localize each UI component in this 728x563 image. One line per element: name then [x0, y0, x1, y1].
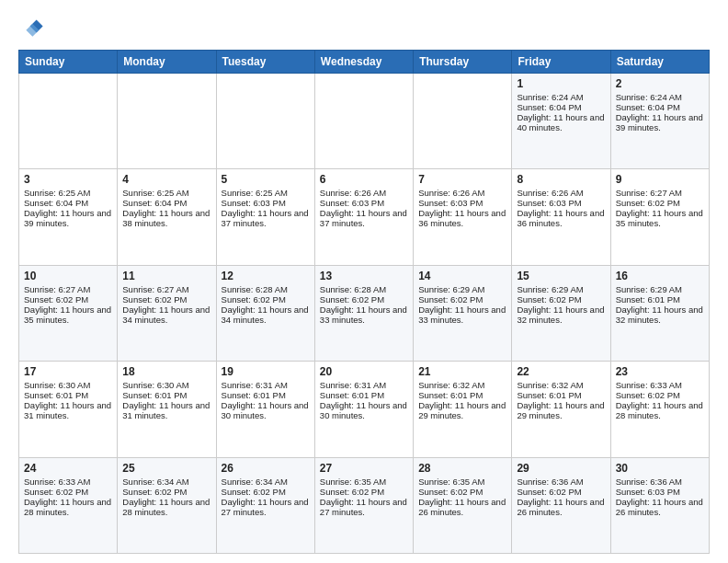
day-number: 4 — [122, 173, 210, 186]
calendar-cell: 15Sunrise: 6:29 AMSunset: 6:02 PMDayligh… — [512, 265, 610, 361]
day-info: Daylight: 11 hours and 27 minutes. — [320, 497, 408, 517]
day-number: 23 — [616, 365, 704, 378]
day-number: 16 — [616, 270, 704, 282]
calendar-cell — [314, 74, 413, 169]
day-info: Daylight: 11 hours and 35 minutes. — [24, 304, 112, 325]
calendar-cell: 6Sunrise: 6:26 AMSunset: 6:03 PMDaylight… — [314, 169, 413, 265]
day-info: Daylight: 11 hours and 29 minutes. — [418, 400, 506, 420]
day-info: Sunrise: 6:31 AM — [320, 380, 408, 390]
calendar-cell: 26Sunrise: 6:34 AMSunset: 6:02 PMDayligh… — [216, 457, 314, 553]
day-info: Sunrise: 6:34 AM — [122, 477, 210, 487]
calendar-cell: 10Sunrise: 6:27 AMSunset: 6:02 PMDayligh… — [19, 265, 118, 361]
calendar-cell: 20Sunrise: 6:31 AMSunset: 6:01 PMDayligh… — [314, 362, 413, 457]
day-info: Sunrise: 6:30 AM — [24, 380, 112, 390]
day-info: Sunset: 6:01 PM — [222, 390, 310, 400]
calendar-cell: 1Sunrise: 6:24 AMSunset: 6:04 PMDaylight… — [512, 74, 610, 169]
day-info: Sunset: 6:03 PM — [517, 198, 605, 208]
day-info: Sunrise: 6:28 AM — [320, 284, 408, 294]
day-header-thursday: Thursday — [414, 51, 512, 74]
day-info: Sunset: 6:04 PM — [24, 198, 112, 208]
day-info: Daylight: 11 hours and 34 minutes. — [222, 304, 310, 325]
calendar-cell: 16Sunrise: 6:29 AMSunset: 6:01 PMDayligh… — [610, 265, 709, 361]
day-info: Sunset: 6:01 PM — [616, 294, 704, 304]
day-info: Sunrise: 6:34 AM — [222, 477, 310, 487]
day-number: 25 — [122, 462, 210, 475]
day-info: Sunrise: 6:24 AM — [517, 92, 605, 102]
day-number: 30 — [616, 462, 704, 475]
day-info: Daylight: 11 hours and 31 minutes. — [24, 400, 112, 420]
day-info: Sunset: 6:02 PM — [122, 487, 210, 497]
day-info: Daylight: 11 hours and 29 minutes. — [517, 400, 605, 420]
day-header-sunday: Sunday — [19, 51, 118, 74]
calendar-cell: 8Sunrise: 6:26 AMSunset: 6:03 PMDaylight… — [512, 169, 610, 265]
day-header-saturday: Saturday — [610, 51, 709, 74]
day-info: Daylight: 11 hours and 37 minutes. — [222, 208, 310, 228]
day-info: Daylight: 11 hours and 40 minutes. — [517, 112, 605, 132]
day-info: Sunset: 6:01 PM — [24, 390, 112, 400]
day-number: 19 — [222, 365, 310, 378]
day-info: Sunset: 6:04 PM — [616, 102, 704, 112]
logo-icon — [18, 15, 44, 40]
day-info: Sunset: 6:02 PM — [418, 487, 506, 497]
day-number: 28 — [418, 462, 506, 475]
day-info: Sunrise: 6:35 AM — [418, 477, 506, 487]
day-number: 7 — [418, 173, 506, 186]
day-info: Sunset: 6:02 PM — [122, 294, 210, 304]
calendar-cell — [118, 74, 216, 169]
day-info: Sunset: 6:03 PM — [320, 198, 408, 208]
day-info: Daylight: 11 hours and 36 minutes. — [517, 208, 605, 228]
day-info: Sunrise: 6:25 AM — [122, 188, 210, 198]
day-number: 11 — [122, 270, 210, 282]
day-number: 10 — [24, 270, 112, 282]
day-info: Daylight: 11 hours and 28 minutes. — [616, 400, 704, 420]
calendar-cell: 11Sunrise: 6:27 AMSunset: 6:02 PMDayligh… — [118, 265, 216, 361]
calendar-cell: 12Sunrise: 6:28 AMSunset: 6:02 PMDayligh… — [216, 265, 314, 361]
day-number: 2 — [616, 77, 704, 90]
day-number: 29 — [517, 462, 605, 475]
calendar-cell: 24Sunrise: 6:33 AMSunset: 6:02 PMDayligh… — [19, 457, 118, 553]
calendar-cell: 2Sunrise: 6:24 AMSunset: 6:04 PMDaylight… — [610, 74, 709, 169]
day-info: Daylight: 11 hours and 26 minutes. — [616, 497, 704, 517]
day-info: Sunrise: 6:27 AM — [122, 284, 210, 294]
day-number: 1 — [517, 77, 605, 90]
day-info: Daylight: 11 hours and 28 minutes. — [24, 497, 112, 517]
logo — [18, 15, 48, 40]
day-info: Sunrise: 6:36 AM — [616, 477, 704, 487]
day-info: Daylight: 11 hours and 26 minutes. — [517, 497, 605, 517]
day-info: Sunset: 6:03 PM — [418, 198, 506, 208]
day-info: Daylight: 11 hours and 32 minutes. — [616, 304, 704, 325]
calendar-cell — [216, 74, 314, 169]
day-info: Daylight: 11 hours and 30 minutes. — [320, 400, 408, 420]
day-info: Sunrise: 6:26 AM — [320, 188, 408, 198]
calendar-cell: 30Sunrise: 6:36 AMSunset: 6:03 PMDayligh… — [610, 457, 709, 553]
day-info: Daylight: 11 hours and 36 minutes. — [418, 208, 506, 228]
day-number: 18 — [122, 365, 210, 378]
calendar-table: SundayMondayTuesdayWednesdayThursdayFrid… — [18, 50, 710, 554]
day-info: Sunset: 6:02 PM — [24, 294, 112, 304]
day-info: Sunrise: 6:28 AM — [222, 284, 310, 294]
day-info: Daylight: 11 hours and 34 minutes. — [122, 304, 210, 325]
day-number: 27 — [320, 462, 408, 475]
day-number: 24 — [24, 462, 112, 475]
calendar-cell: 23Sunrise: 6:33 AMSunset: 6:02 PMDayligh… — [610, 362, 709, 457]
day-number: 8 — [517, 173, 605, 186]
day-number: 12 — [222, 270, 310, 282]
day-info: Sunset: 6:01 PM — [418, 390, 506, 400]
calendar-cell: 28Sunrise: 6:35 AMSunset: 6:02 PMDayligh… — [414, 457, 512, 553]
day-info: Sunrise: 6:29 AM — [517, 284, 605, 294]
day-number: 22 — [517, 365, 605, 378]
day-info: Daylight: 11 hours and 30 minutes. — [222, 400, 310, 420]
calendar-cell: 14Sunrise: 6:29 AMSunset: 6:02 PMDayligh… — [414, 265, 512, 361]
day-info: Daylight: 11 hours and 26 minutes. — [418, 497, 506, 517]
day-info: Sunset: 6:01 PM — [122, 390, 210, 400]
day-info: Sunrise: 6:36 AM — [517, 477, 605, 487]
day-info: Sunrise: 6:35 AM — [320, 477, 408, 487]
calendar-cell: 3Sunrise: 6:25 AMSunset: 6:04 PMDaylight… — [19, 169, 118, 265]
day-info: Sunrise: 6:31 AM — [222, 380, 310, 390]
day-info: Sunset: 6:01 PM — [517, 390, 605, 400]
day-info: Sunrise: 6:29 AM — [418, 284, 506, 294]
day-info: Sunrise: 6:26 AM — [517, 188, 605, 198]
day-info: Sunset: 6:02 PM — [222, 294, 310, 304]
day-info: Sunset: 6:02 PM — [418, 294, 506, 304]
day-info: Sunset: 6:03 PM — [222, 198, 310, 208]
